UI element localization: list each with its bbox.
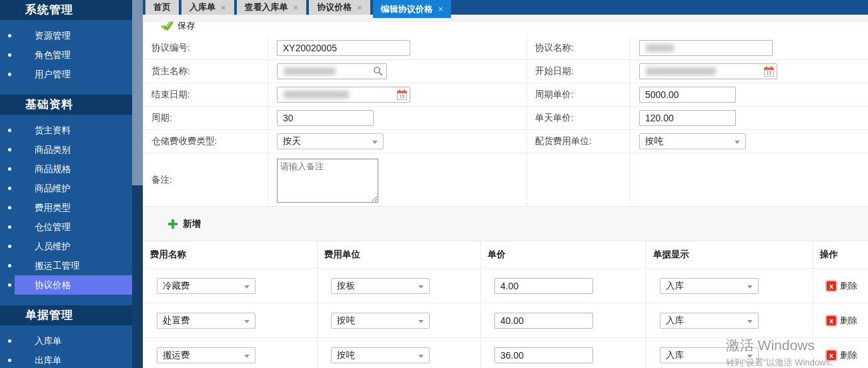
sidebar-item-resource-mgmt[interactable]: 资源管理 (0, 26, 132, 45)
display-select[interactable]: 入库 (660, 313, 759, 329)
fee-unit-select[interactable]: 按吨 (331, 313, 430, 329)
bullet-icon (8, 53, 11, 57)
close-icon[interactable]: × (221, 3, 226, 13)
remark-label: 备注: (143, 153, 268, 207)
double-check-icon (161, 21, 173, 31)
tab-agreement-price[interactable]: 协议价格× (309, 0, 370, 15)
sidebar-item-product-maint[interactable]: 商品维护 (0, 179, 132, 198)
start-date-label: 开始日期: (526, 60, 630, 83)
fee-name-select[interactable]: 处置费 (157, 313, 256, 329)
end-date-label: 结束日期: (143, 83, 268, 107)
search-icon[interactable] (373, 66, 384, 77)
fee-name-select[interactable]: 搬运费 (157, 347, 256, 363)
chevron-down-icon (244, 355, 250, 358)
sidebar-item-inbound-order[interactable]: 入库单 (0, 331, 132, 351)
svg-text:15: 15 (767, 71, 772, 75)
chevron-down-icon (735, 141, 740, 144)
agreement-form: 协议编号: 协议名称: 货主名称: 开始日期: 15 结束日期: 15 周期单价… (143, 37, 868, 207)
fee-row: 处置费 按吨 入库 x删除 (143, 303, 868, 338)
sidebar-section-system: 系统管理 (0, 0, 132, 20)
fee-row: 搬运费 按吨 入库 x删除 (143, 338, 868, 368)
calendar-icon[interactable]: 15 (764, 66, 774, 77)
redacted-value (646, 67, 716, 75)
price-input[interactable] (494, 313, 593, 329)
price-input[interactable] (494, 347, 593, 363)
chevron-down-icon (747, 320, 753, 323)
storage-fee-type-select[interactable]: 按天 (277, 133, 384, 149)
close-icon[interactable]: × (357, 3, 362, 13)
fee-unit-select[interactable]: 按吨 (331, 347, 430, 363)
app-window: 系统管理 资源管理 角色管理 用户管理 基础资料 货主资料 商品类别 商品规格 … (0, 0, 868, 368)
bullet-icon (8, 187, 11, 190)
sidebar-item-bin-mgmt[interactable]: 仓位管理 (0, 217, 132, 237)
sidebar-item-product-category[interactable]: 商品类别 (0, 140, 132, 159)
chevron-down-icon (418, 355, 424, 358)
delete-button[interactable]: x删除 (827, 349, 857, 361)
remark-textarea[interactable] (277, 159, 378, 203)
cycle-price-label: 周期单价: (526, 83, 630, 107)
price-input[interactable] (494, 278, 593, 294)
fee-name-select[interactable]: 冷藏费 (157, 278, 256, 294)
chevron-down-icon (244, 320, 250, 323)
add-row-button[interactable]: 新增 (167, 218, 201, 230)
fee-row: 冷藏费 按板 入库 x删除 (143, 269, 868, 303)
bullet-icon (8, 225, 11, 229)
bullet-icon (8, 206, 11, 209)
cycle-input[interactable] (277, 110, 374, 126)
add-section-bar: 新增 (143, 207, 868, 241)
fee-unit-select[interactable]: 按板 (331, 278, 430, 294)
active-highlight (15, 275, 132, 295)
bullet-icon (8, 167, 11, 171)
storage-fee-type-label: 仓储费收费类型: (143, 130, 268, 153)
tab-view-inbound-order[interactable]: 查看入库单× (237, 0, 307, 15)
chevron-down-icon (418, 320, 424, 323)
bullet-icon (8, 339, 11, 343)
delete-button[interactable]: x删除 (827, 280, 857, 292)
sidebar-item-role-mgmt[interactable]: 角色管理 (0, 45, 132, 65)
bullet-icon (8, 264, 11, 267)
fee-table-header-row: 费用名称 费用单位 单价 单据显示 操作 (143, 241, 868, 269)
sidebar-section-document-mgmt: 单据管理 (0, 305, 132, 325)
redacted-value (284, 67, 336, 75)
delete-x-icon: x (827, 281, 836, 291)
sidebar-item-user-mgmt[interactable]: 用户管理 (0, 65, 132, 84)
sidebar-item-owner-data[interactable]: 货主资料 (0, 121, 132, 140)
tab-edit-agreement-price[interactable]: 编辑协议价格× (373, 0, 452, 18)
day-price-input[interactable] (639, 110, 736, 126)
delete-x-icon: x (827, 316, 836, 325)
save-button[interactable]: 保存 (161, 20, 195, 32)
bullet-icon (8, 73, 11, 76)
add-label: 新增 (183, 218, 201, 230)
close-icon[interactable]: × (294, 3, 299, 13)
sidebar-scrollbar[interactable] (132, 0, 143, 368)
toolbar: 保存 (143, 15, 868, 37)
cycle-price-input[interactable] (639, 87, 736, 103)
close-icon[interactable]: × (438, 4, 444, 14)
save-label: 保存 (177, 20, 195, 32)
redacted-value (284, 91, 349, 99)
display-select[interactable]: 入库 (660, 278, 759, 294)
svg-text:15: 15 (400, 94, 405, 99)
chevron-down-icon (372, 141, 378, 144)
sidebar-item-product-spec[interactable]: 商品规格 (0, 159, 132, 179)
sidebar-item-porter-mgmt[interactable]: 搬运工管理 (0, 256, 132, 275)
agreement-name-label: 协议名称: (526, 37, 630, 60)
sidebar-section-basic-data: 基础资料 (0, 95, 132, 115)
bullet-icon (8, 245, 11, 248)
calendar-icon[interactable]: 15 (397, 89, 407, 100)
agreement-no-input[interactable] (277, 40, 410, 56)
col-fee-unit: 费用单位 (318, 241, 481, 269)
sidebar-item-personnel-maint[interactable]: 人员维护 (0, 237, 132, 256)
display-select[interactable]: 入库 (660, 347, 759, 363)
scrollbar-thumb[interactable] (132, 0, 143, 185)
chevron-down-icon (244, 285, 250, 289)
sidebar-item-fee-type[interactable]: 费用类型 (0, 198, 132, 217)
fee-table: 费用名称 费用单位 单价 单据显示 操作 冷藏费 按板 入库 x删除 处置费 按… (143, 241, 868, 368)
col-fee-name: 费用名称 (143, 241, 318, 269)
delivery-fee-unit-select[interactable]: 按吨 (639, 133, 746, 149)
sidebar-item-agreement-price[interactable]: 协议价格 (0, 275, 132, 295)
delete-button[interactable]: x删除 (827, 315, 857, 327)
tab-home[interactable]: 首页 (145, 0, 179, 15)
tab-inbound-order[interactable]: 入库单× (181, 0, 234, 15)
sidebar-item-outbound-order[interactable]: 出库单 (0, 351, 132, 368)
